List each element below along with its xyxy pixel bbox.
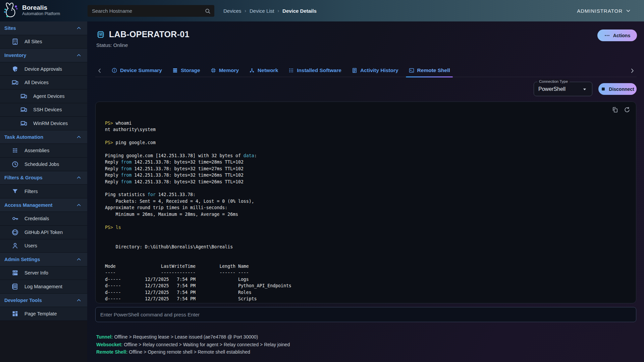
sidebar-item-ssh-devices[interactable]: SSH Devices <box>0 103 87 117</box>
sidebar-section-inventory[interactable]: Inventory <box>0 49 87 62</box>
tab-label: Installed Software <box>297 67 341 73</box>
search-input[interactable] <box>88 8 204 14</box>
filter-icon <box>11 188 19 195</box>
sidebar-item-device-approvals[interactable]: Device Approvals <box>0 62 87 76</box>
tab-activity-history[interactable]: Activity History <box>352 67 398 74</box>
sidebar-section-label: Task Automation <box>4 134 76 140</box>
sidebar-item-label: All Sites <box>24 39 42 44</box>
tab-label: Remote Shell <box>417 67 450 73</box>
sidebar-item-winrm-devices[interactable]: WinRM Devices <box>0 117 87 130</box>
sidebar-section-developer-tools[interactable]: Developer Tools <box>0 294 87 307</box>
terminal-line: Pinging google.com [142.251.33.78] with … <box>105 153 257 158</box>
top-bar: Borealis Automation Platform Devices›Dev… <box>0 0 644 21</box>
breadcrumb-item[interactable]: Devices <box>223 8 241 14</box>
shield-icon <box>11 65 19 73</box>
building-icon <box>11 38 19 45</box>
chevron-up-icon <box>76 25 82 31</box>
sidebar-item-label: Scheduled Jobs <box>24 162 59 167</box>
search-icon <box>204 8 211 14</box>
tabs-scroll-right-button[interactable] <box>628 67 637 74</box>
sidebar-item-label: Filters <box>24 189 38 194</box>
copy-icon[interactable] <box>611 106 619 113</box>
user-menu-label: ADMINISTRATOR <box>577 8 623 14</box>
sidebar-section-admin-settings[interactable]: Admin Settings <box>0 253 87 266</box>
terminal-line: Ping statistics for 142.251.33.78: <box>105 192 196 197</box>
network-icon <box>249 67 255 73</box>
chevron-up-icon <box>76 202 82 208</box>
terminal-output: PS> whoami nt authority\system PS> ping … <box>105 120 633 303</box>
chevron-up-icon <box>76 256 82 262</box>
status-line: Tunnel: Offline > Requesting lease > Lea… <box>96 333 290 341</box>
sidebar-section-label: Developer Tools <box>4 298 76 303</box>
tab-installed-software[interactable]: Installed Software <box>288 67 341 74</box>
terminal-line: Mode LastWriteTime Length Name <box>105 264 249 269</box>
breadcrumb: Devices›Device List›Device Details <box>223 0 317 21</box>
terminal-icon <box>409 67 415 73</box>
devices-icon <box>20 106 28 113</box>
tab-label: Activity History <box>360 67 398 73</box>
status-line: Remote Shell: Offline > Opening remote s… <box>96 348 290 356</box>
connection-type-value: PowerShell <box>538 86 581 92</box>
tabs-scroll-left-button[interactable] <box>95 67 104 74</box>
sidebar-item-agent-devices[interactable]: Agent Devices <box>0 89 87 103</box>
refresh-icon[interactable] <box>624 106 631 113</box>
sidebar-section-task-automation[interactable]: Task Automation <box>0 130 87 144</box>
status-line-text: Offline > Requesting lease > Lease issue… <box>113 334 258 340</box>
terminal-line: Directory: D:\Github\Borealis\Agent\Bore… <box>105 244 233 249</box>
tab-remote-shell[interactable]: Remote Shell <box>409 67 450 74</box>
user-menu[interactable]: ADMINISTRATOR <box>577 0 631 21</box>
connection-status-lines: Tunnel: Offline > Requesting lease > Lea… <box>96 333 290 356</box>
sidebar-item-all-sites[interactable]: All Sites <box>0 35 87 49</box>
sidebar-section-access-management[interactable]: Access Management <box>0 198 87 212</box>
connection-type-label: Connection Type <box>537 79 570 83</box>
sidebar-item-all-devices[interactable]: All Devices <box>0 76 87 89</box>
terminal-line: d----- 12/7/2025 7:54 PM Scripts <box>105 296 257 301</box>
sidebar-item-label: WinRM Devices <box>33 121 68 126</box>
tab-network[interactable]: Network <box>249 67 278 74</box>
sidebar-section-label: Access Management <box>4 202 76 208</box>
template-icon <box>11 310 19 317</box>
sidebar-item-scheduled-jobs[interactable]: Scheduled Jobs <box>0 158 87 171</box>
chevron-up-icon <box>76 52 82 58</box>
sidebar-item-label: Device Approvals <box>24 66 62 72</box>
breadcrumb-item[interactable]: Device List <box>250 8 274 14</box>
sidebar-item-label: Assemblies <box>24 148 49 153</box>
terminal-line: PS> whoami <box>105 121 131 126</box>
tab-label: Storage <box>181 67 200 73</box>
sidebar-item-assemblies[interactable]: Assemblies <box>0 144 87 158</box>
chevron-down-icon <box>625 8 631 14</box>
apps-icon <box>288 67 294 73</box>
powershell-command-input[interactable] <box>95 307 636 322</box>
tab-memory[interactable]: Memory <box>210 67 239 74</box>
sidebar-item-users[interactable]: Users <box>0 239 87 253</box>
device-status: Status: Online <box>96 42 190 48</box>
page-title: LAB-OPERATOR-01 <box>109 29 190 39</box>
user-icon <box>11 242 19 249</box>
actions-button[interactable]: Actions <box>597 29 637 41</box>
chevron-left-icon <box>96 67 103 74</box>
history-icon <box>352 67 358 73</box>
disconnect-button[interactable]: Disconnect <box>598 83 637 95</box>
sidebar-section-sites[interactable]: Sites <box>0 21 87 35</box>
status-line-text: Offline > Relay connected > Waiting for … <box>122 342 290 347</box>
tab-label: Device Summary <box>120 67 162 73</box>
status-line-label: Remote Shell: <box>96 349 127 355</box>
sidebar: Sites All SitesInventory Device Approval… <box>0 21 87 362</box>
sidebar-item-label: Log Management <box>24 284 62 289</box>
tab-storage[interactable]: Storage <box>172 67 200 74</box>
sidebar-item-github-api-token[interactable]: GitHub API Token <box>0 226 87 239</box>
terminal-line: Reply from 142.251.33.78: bytes=32 time=… <box>105 173 244 178</box>
sidebar-item-page-template[interactable]: Page Template <box>0 307 87 321</box>
tab-device-summary[interactable]: Device Summary <box>111 67 162 74</box>
sidebar-item-filters[interactable]: Filters <box>0 185 87 198</box>
dots-icon <box>604 33 610 39</box>
sidebar-item-credentials[interactable]: Credentials <box>0 212 87 226</box>
sidebar-item-log-management[interactable]: Log Management <box>0 280 87 294</box>
sidebar-section-filters-groups[interactable]: Filters & Groups <box>0 171 87 185</box>
sidebar-item-label: Server Info <box>24 270 48 276</box>
main-content: LAB-OPERATOR-01 Status: Online Actions D… <box>87 21 644 362</box>
connection-type-select[interactable]: Connection Type PowerShell <box>534 82 592 96</box>
terminal-line: PS> ls <box>105 225 121 230</box>
chevron-up-icon <box>76 175 82 181</box>
sidebar-item-server-info[interactable]: Server Info <box>0 266 87 280</box>
